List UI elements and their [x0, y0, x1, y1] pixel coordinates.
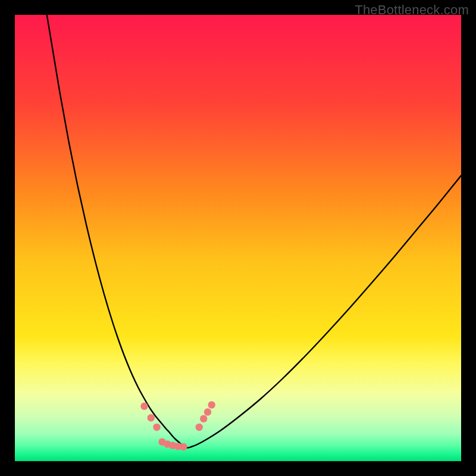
chart-frame: TheBottleneck.com	[0, 0, 476, 476]
attribution-text: TheBottleneck.com	[355, 2, 469, 18]
chart-svg	[15, 15, 461, 461]
gradient-background	[15, 15, 461, 461]
marker-dot	[200, 415, 207, 422]
marker-dot	[208, 401, 215, 408]
plot-area	[15, 15, 461, 461]
marker-dot	[196, 424, 203, 431]
marker-dot	[180, 443, 187, 450]
marker-dot	[204, 408, 211, 415]
marker-dot	[140, 403, 148, 410]
marker-dot	[153, 424, 160, 431]
marker-dot	[148, 414, 155, 421]
